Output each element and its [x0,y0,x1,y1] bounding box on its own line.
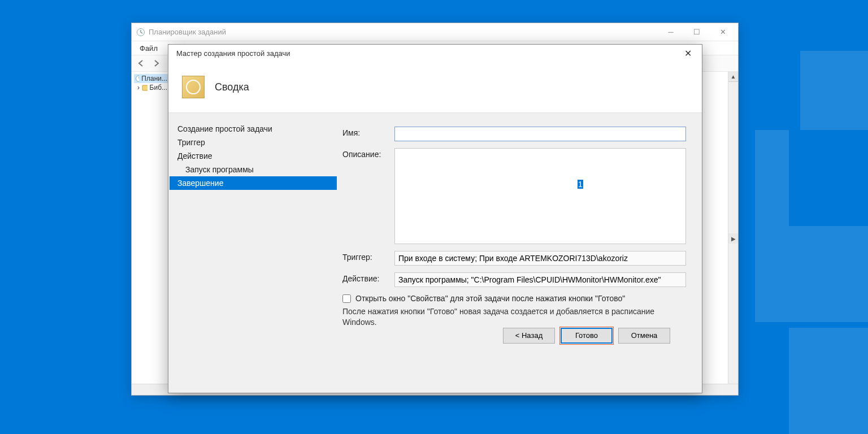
description-textarea[interactable] [394,148,686,244]
nav-action[interactable]: Действие [170,149,337,163]
wizard-footer: < Назад Готово Отмена [342,328,686,358]
wizard-dialog: Мастер создания простой задачи ✕ Сводка … [168,44,702,393]
back-button[interactable]: < Назад [503,328,555,344]
nav-tree: Плани... › Биб... [132,72,171,395]
svg-rect-2 [142,85,147,90]
scheduler-icon [136,28,145,37]
open-properties-checkbox[interactable] [342,294,351,303]
action-value [394,272,686,287]
scroll-up-icon[interactable]: ▲ [728,72,738,82]
tree-root[interactable]: Плани... [134,74,168,83]
name-input-selection: 1 [578,180,583,189]
cancel-button[interactable]: Отмена [618,328,670,344]
wizard-form: Имя: Описание: Триггер: Действие: Открыт… [338,113,702,393]
nav-create-task[interactable]: Создание простой задачи [170,122,337,136]
scroll-play-icon[interactable]: ▶ [728,233,738,244]
wizard-nav: Создание простой задачи Триггер Действие… [168,113,338,393]
back-arrow-icon[interactable] [135,57,147,70]
parent-titlebar: Планировщик заданий ─ ☐ ✕ [132,23,738,41]
wizard-titlebar: Мастер создания простой задачи ✕ [168,45,702,62]
nav-launch-program[interactable]: Запуск программы [170,163,337,176]
finish-button[interactable]: Готово [561,328,613,344]
minimize-button[interactable]: ─ [658,24,684,41]
nav-finish[interactable]: Завершение [170,176,337,190]
action-label: Действие: [342,272,394,283]
open-properties-label: Открыть окно "Свойства" для этой задачи … [355,294,625,303]
description-label: Описание: [342,148,394,159]
wizard-header: Сводка [168,62,702,112]
name-input[interactable] [394,127,686,141]
wizard-heading: Сводка [215,81,249,93]
wizard-title: Мастер создания простой задачи [176,49,679,58]
close-button[interactable]: ✕ [710,24,736,41]
tree-child[interactable]: › Биб... [134,83,168,92]
forward-arrow-icon[interactable] [150,57,162,70]
finish-hint: После нажатия кнопки "Готово" новая зада… [342,306,665,328]
tree-root-label: Плани... [141,75,167,83]
parent-title: Планировщик заданий [149,28,658,36]
wizard-close-button[interactable]: ✕ [679,45,696,61]
scrollbar[interactable]: ▲ ▶ [728,72,738,395]
svg-point-1 [136,76,140,82]
wizard-header-icon [182,76,205,98]
desktop-decoration [744,0,868,434]
name-label: Имя: [342,127,394,137]
maximize-button[interactable]: ☐ [684,24,710,41]
trigger-value [394,251,686,266]
chevron-right-icon: › [137,84,140,92]
trigger-label: Триггер: [342,251,394,262]
tree-child-label: Биб... [150,84,167,92]
menu-file[interactable]: Файл [135,43,162,54]
nav-trigger[interactable]: Триггер [170,136,337,149]
